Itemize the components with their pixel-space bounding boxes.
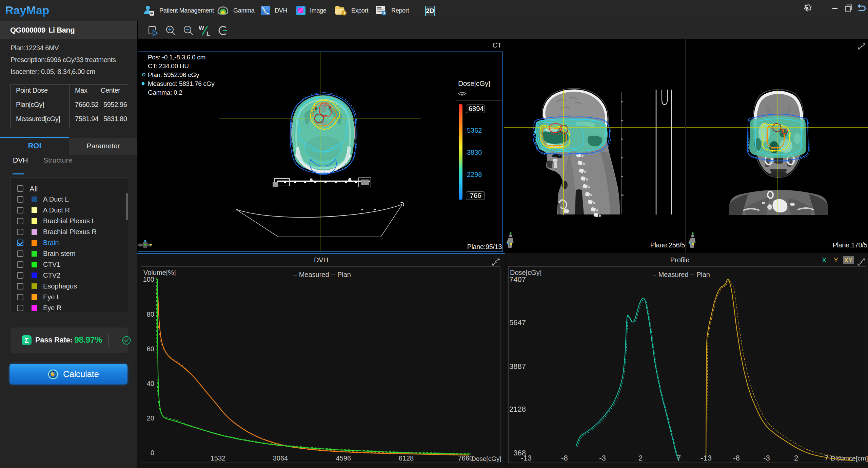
svg-text:-- Plan: -- Plan — [331, 271, 351, 278]
svg-text:Measured: 5831.76 cGy: Measured: 5831.76 cGy — [148, 80, 215, 87]
svg-text:3887: 3887 — [509, 362, 526, 371]
svg-text:6128: 6128 — [399, 454, 414, 462]
svg-text:W: W — [199, 25, 204, 31]
svg-text:Volume[%]: Volume[%] — [143, 269, 176, 276]
svg-text:Pos: -0.1,-8.3,6.0 cm: Pos: -0.1,-8.3,6.0 cm — [148, 54, 205, 61]
svg-text:3064: 3064 — [273, 454, 288, 462]
svg-text:-- Plan: -- Plan — [690, 271, 710, 278]
svg-text:766: 766 — [470, 192, 481, 199]
svg-text:0: 0 — [151, 449, 154, 456]
svg-text:-3: -3 — [599, 454, 606, 462]
svg-text:Dose[cGy]: Dose[cGy] — [458, 79, 490, 87]
svg-text:Gamma: 0.2: Gamma: 0.2 — [148, 89, 182, 96]
svg-text:Distance[cm]: Distance[cm] — [831, 455, 868, 462]
svg-text:-3: -3 — [763, 454, 770, 462]
svg-text:Plan: 5952.96 cGy: Plan: 5952.96 cGy — [148, 71, 199, 78]
svg-text:– Measured: – Measured — [653, 271, 689, 278]
svg-text:-8: -8 — [733, 454, 740, 462]
svg-text:Plane:170/5: Plane:170/5 — [833, 241, 868, 249]
svg-text:– Measured: – Measured — [293, 271, 329, 278]
svg-text:80: 80 — [147, 311, 154, 318]
svg-text:-8: -8 — [561, 454, 568, 462]
svg-text:L: L — [206, 31, 210, 37]
svg-text:40: 40 — [147, 380, 154, 387]
svg-text:DVH: DVH — [314, 256, 328, 264]
svg-text:60: 60 — [147, 345, 154, 353]
svg-text:2: 2 — [794, 454, 798, 462]
svg-text:5362: 5362 — [467, 127, 482, 134]
svg-text:Y: Y — [834, 256, 838, 264]
svg-text:100: 100 — [143, 276, 154, 283]
svg-text:Plane:95/13: Plane:95/13 — [467, 243, 502, 250]
svg-text:Profile: Profile — [670, 256, 690, 264]
svg-text:X: X — [822, 256, 826, 264]
svg-text:2: 2 — [638, 454, 643, 462]
svg-text:3830: 3830 — [467, 149, 482, 156]
svg-text:7660: 7660 — [458, 454, 473, 462]
svg-text:-13: -13 — [521, 454, 532, 462]
svg-text:4596: 4596 — [336, 454, 351, 462]
svg-text:7407: 7407 — [509, 275, 526, 284]
svg-text:CT: 234.00 HU: CT: 234.00 HU — [148, 62, 189, 70]
svg-text:6894: 6894 — [469, 105, 484, 112]
svg-text:CT: CT — [493, 41, 502, 49]
svg-text:2128: 2128 — [509, 405, 526, 413]
svg-text:XY: XY — [844, 256, 853, 264]
svg-text:Dose[cGy]: Dose[cGy] — [471, 455, 501, 462]
svg-text:1532: 1532 — [211, 454, 226, 462]
svg-text:2298: 2298 — [467, 171, 482, 178]
svg-text:5647: 5647 — [509, 318, 526, 327]
svg-text:20: 20 — [147, 414, 154, 422]
svg-text:Plane:256/5: Plane:256/5 — [650, 241, 685, 249]
